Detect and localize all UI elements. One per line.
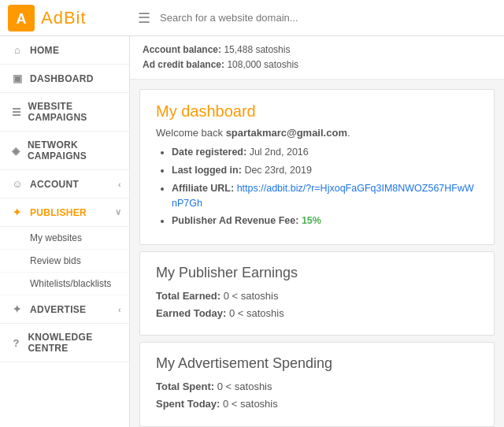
user-email: spartakmarc@gmail.com [226,127,347,139]
sidebar-label-network-campaigns: NETWORK CAMPAIGNS [28,139,118,162]
date-registered-value: Jul 2nd, 2016 [250,147,309,158]
last-logged-value: Dec 23rd, 2019 [244,165,311,176]
logo-text: AdBit [41,8,87,28]
sidebar-label-website-campaigns: WEBSITE CAMPAIGNS [28,101,118,123]
earned-today-value: 0 < satoshis [229,307,284,319]
spending-details: Total Spent: 0 < satoshis Spent Today: 0… [156,378,478,413]
sidebar-label-home: HOME [30,45,59,56]
sidebar-item-review-bids[interactable]: Review bids [0,250,129,273]
date-registered-label: Date registered: [172,147,246,158]
balance-value: 15,488 satoshis [224,44,290,55]
sidebar-label-knowledge-centre: KNOWLEDGE CENTRE [28,332,118,354]
sidebar-item-account[interactable]: ☺ ACCOUNT ‹ [0,170,129,199]
dashboard-icon: ▣ [11,72,24,84]
sidebar-item-home[interactable]: ⌂ HOME [0,36,129,65]
advertise-icon: ✦ [11,303,24,315]
account-chevron-icon: ‹ [118,180,121,189]
sidebar-item-whitelists-blacklists[interactable]: Whitelists/blacklists [0,273,129,295]
menu-toggle-icon[interactable]: ☰ [138,9,150,27]
earnings-details: Total Earned: 0 < satoshis Earned Today:… [156,288,478,322]
dashboard-title: My dashboard [156,102,478,121]
home-icon: ⌂ [11,44,24,56]
logo-prefix: Ad [41,8,64,28]
info-list: Date registered: Jul 2nd, 2016 Last logg… [172,145,478,228]
account-balance-line: Account balance: 15,488 satoshis [143,43,491,58]
svg-text:A: A [17,11,27,27]
sidebar: ⌂ HOME ▣ DASHBOARD ☰ WEBSITE CAMPAIGNS ◈… [0,36,130,427]
spending-title: My Advertisement Spending [156,355,478,372]
spending-card: My Advertisement Spending Total Spent: 0… [139,342,495,426]
total-spent-label: Total Spent: [156,381,214,392]
last-logged-in-item: Last logged in: Dec 23rd, 2019 [172,163,478,178]
ad-credit-value: 108,000 satoshis [227,59,298,70]
sidebar-item-knowledge-centre[interactable]: ? KNOWLEDGE CENTRE [0,324,129,362]
publisher-fee-label: Publisher Ad Revenue Fee: [172,215,298,226]
publisher-chevron-icon: ∨ [115,207,121,217]
spent-today-value: 0 < satoshis [223,398,278,410]
account-bar: Account balance: 15,488 satoshis Ad cred… [130,36,504,80]
earnings-title: My Publisher Earnings [156,265,478,281]
sidebar-item-network-campaigns[interactable]: ◈ NETWORK CAMPAIGNS [0,132,129,170]
date-registered-item: Date registered: Jul 2nd, 2016 [172,145,478,160]
sidebar-label-dashboard: DASHBOARD [30,73,94,84]
earnings-card: My Publisher Earnings Total Earned: 0 < … [139,251,495,336]
last-logged-label: Last logged in: [172,165,242,176]
spent-today-line: Spent Today: 0 < satoshis [156,395,478,413]
affiliate-url-item: Affiliate URL: https://adbit.biz/?r=Hjxo… [172,181,478,211]
sidebar-label-account: ACCOUNT [30,179,79,190]
welcome-prefix: Welcome back [156,127,226,139]
earned-today-label: Earned Today: [156,307,226,319]
ad-credit-label: Ad credit balance: [143,59,224,70]
content-area: My dashboard Welcome back spartakmarc@gm… [130,80,504,427]
sidebar-item-website-campaigns[interactable]: ☰ WEBSITE CAMPAIGNS [0,93,129,132]
account-icon: ☺ [11,178,24,190]
publisher-sub-menu: My websites Review bids Whitelists/black… [0,227,129,295]
earned-today-line: Earned Today: 0 < satoshis [156,305,478,322]
advertise-chevron-icon: ‹ [118,305,121,314]
logo-area: A AdBit [8,5,138,32]
main-content: Account balance: 15,488 satoshis Ad cred… [130,36,504,427]
sidebar-item-publisher[interactable]: ✦ PUBLISHER ∨ [0,199,129,227]
sidebar-item-my-websites[interactable]: My websites [0,227,129,250]
total-spent-value: 0 < satoshis [217,381,272,392]
logo-suffix: Bit [64,8,87,28]
website-campaigns-icon: ☰ [11,106,22,118]
sidebar-item-advertise[interactable]: ✦ ADVERTISE ‹ [0,295,129,324]
network-campaigns-icon: ◈ [11,145,21,157]
layout: ⌂ HOME ▣ DASHBOARD ☰ WEBSITE CAMPAIGNS ◈… [0,36,504,427]
header: A AdBit ☰ [0,0,504,36]
publisher-fee-value: 15% [302,215,321,226]
publisher-fee-item: Publisher Ad Revenue Fee: 15% [172,214,478,228]
total-spent-line: Total Spent: 0 < satoshis [156,378,478,395]
total-earned-value: 0 < satoshis [224,290,279,302]
ad-credit-line: Ad credit balance: 108,000 satoshis [143,58,491,72]
balance-label: Account balance: [143,44,221,55]
publisher-icon: ✦ [11,206,24,218]
spent-today-label: Spent Today: [156,398,220,410]
sidebar-label-publisher: PUBLISHER [30,207,87,218]
sidebar-item-dashboard[interactable]: ▣ DASHBOARD [0,65,129,93]
total-earned-line: Total Earned: 0 < satoshis [156,288,478,305]
total-earned-label: Total Earned: [156,290,220,302]
welcome-text: Welcome back spartakmarc@gmail.com. [156,127,478,139]
dashboard-card: My dashboard Welcome back spartakmarc@gm… [139,89,495,245]
logo-icon: A [8,5,35,32]
sidebar-label-advertise: ADVERTISE [30,304,86,315]
search-input[interactable] [160,12,496,24]
knowledge-icon: ? [11,337,21,349]
affiliate-url-label: Affiliate URL: [172,183,234,194]
